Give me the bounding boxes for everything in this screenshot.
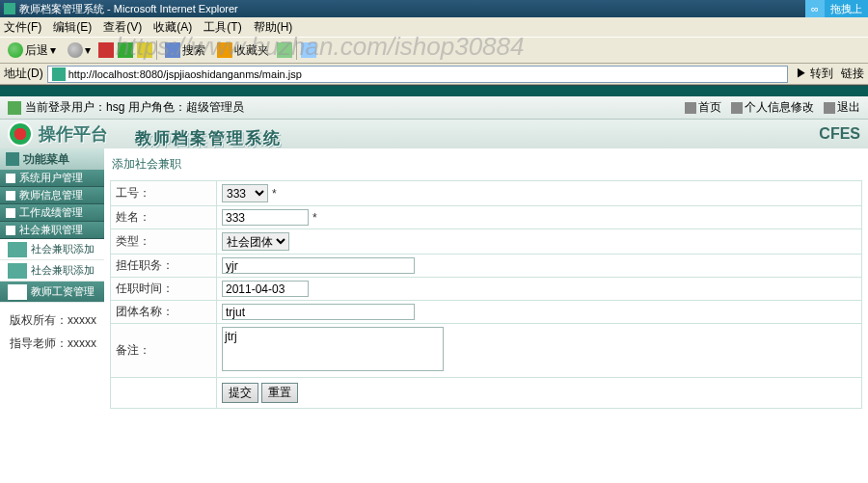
label-xingming: 姓名： <box>111 206 217 229</box>
star-icon <box>217 42 232 58</box>
doc-icon <box>8 242 27 257</box>
stop-icon[interactable] <box>98 42 114 58</box>
exit-icon <box>824 102 835 114</box>
float-widget[interactable]: ∞ 拖拽上 <box>805 0 868 17</box>
sidebar-group-salary[interactable]: 教师工资管理 <box>0 282 104 303</box>
sidebar-group-teacher[interactable]: 教师信息管理 <box>0 187 104 204</box>
main-content: 添加社会兼职 工号： 333* 姓名： * 类型： 社会团体 担任职务： 任职时… <box>104 148 868 483</box>
tuanti-input[interactable] <box>222 304 415 320</box>
home-link[interactable]: 首页 <box>685 99 721 116</box>
toolbar: 后退 ▾ ▾ 搜索 收藏夹 https://www.huzhan.com/ish… <box>0 37 868 64</box>
person-icon <box>731 102 743 114</box>
page-status-icon <box>8 101 21 115</box>
platform-title: 操作平台 <box>39 122 108 146</box>
brand-bar: 操作平台 教师档案管理系统 CFES <box>0 120 868 148</box>
label-shijian: 任职时间： <box>111 278 217 301</box>
menu-edit[interactable]: 编辑(E) <box>53 19 92 36</box>
gonghao-select[interactable]: 333 <box>222 184 268 202</box>
login-info: 当前登录用户：hsg 用户角色：超级管理员 <box>25 99 244 116</box>
search-icon <box>165 42 180 58</box>
system-title: 教师档案管理系统 <box>135 127 282 149</box>
profile-link[interactable]: 个人信息修改 <box>731 99 814 116</box>
label-tuanti: 团体名称： <box>111 301 217 324</box>
menu-fav[interactable]: 收藏(A) <box>153 19 192 36</box>
submit-button[interactable]: 提交 <box>222 383 258 403</box>
label-beizhu: 备注： <box>111 324 217 378</box>
forward-icon <box>68 42 83 58</box>
address-bar: 地址(D) http://localhost:8080/jspjiaoshida… <box>0 64 868 85</box>
logout-link[interactable]: 退出 <box>824 99 860 116</box>
label-gonghao: 工号： <box>111 181 217 206</box>
sidebar-group-social[interactable]: 社会兼职管理 <box>0 222 104 239</box>
doc-icon <box>8 263 27 279</box>
leixing-select[interactable]: 社会团体 <box>222 232 289 251</box>
history-icon[interactable] <box>277 42 292 58</box>
sidebar-group-work[interactable]: 工作成绩管理 <box>0 204 104 222</box>
tab-strip <box>0 85 868 96</box>
dot-icon <box>6 226 15 235</box>
back-button[interactable]: 后退 ▾ <box>4 40 60 61</box>
label-zhiwu: 担任职务： <box>111 255 217 278</box>
advisor: 指导老师：xxxxx <box>10 332 104 355</box>
logo-icon <box>8 121 33 147</box>
dot-icon <box>8 284 27 300</box>
menubar: 文件(F) 编辑(E) 查看(V) 收藏(A) 工具(T) 帮助(H) <box>0 17 868 37</box>
app-icon <box>4 3 15 14</box>
sidebar-item-add1[interactable]: 社会兼职添加 <box>0 239 104 260</box>
xingming-input[interactable] <box>222 209 309 226</box>
forward-button[interactable]: ▾ <box>64 40 95 60</box>
sidebar-head: 功能菜单 <box>0 148 104 170</box>
fav-button[interactable]: 收藏夹 <box>213 40 273 61</box>
float-icon[interactable]: ∞ <box>805 0 825 17</box>
copyright: 版权所有：xxxxx <box>10 309 104 332</box>
sidebar-item-add2[interactable]: 社会兼职添加 <box>0 260 104 282</box>
refresh-icon[interactable] <box>118 42 133 58</box>
menu-icon <box>6 152 19 166</box>
menu-tools[interactable]: 工具(T) <box>203 19 241 36</box>
back-icon <box>8 42 23 58</box>
float-text[interactable]: 拖拽上 <box>825 0 868 17</box>
sidebar-footer: 版权所有：xxxxx 指导老师：xxxxx <box>0 303 104 355</box>
house-icon <box>685 102 696 114</box>
page-icon <box>52 67 66 81</box>
home-icon[interactable] <box>137 42 152 58</box>
search-button[interactable]: 搜索 <box>161 40 209 61</box>
form-title: 添加社会兼职 <box>110 152 862 180</box>
window-titlebar: 教师档案管理系统 - Microsoft Internet Explorer ∞… <box>0 0 868 17</box>
address-label: 地址(D) <box>4 66 43 82</box>
app-header: 当前登录用户：hsg 用户角色：超级管理员 首页 个人信息修改 退出 <box>0 96 868 120</box>
window-title: 教师档案管理系统 - Microsoft Internet Explorer <box>19 2 238 16</box>
go-button[interactable]: ▶ 转到 <box>792 66 837 82</box>
form-table: 工号： 333* 姓名： * 类型： 社会团体 担任职务： 任职时间： 团体名称… <box>110 180 862 409</box>
sidebar: 功能菜单 系统用户管理 教师信息管理 工作成绩管理 社会兼职管理 社会兼职添加 … <box>0 148 104 483</box>
dot-icon <box>6 191 15 201</box>
label-leixing: 类型： <box>111 229 217 255</box>
sidebar-group-users[interactable]: 系统用户管理 <box>0 170 104 187</box>
beizhu-textarea[interactable]: jtrj <box>222 327 444 371</box>
shijian-input[interactable] <box>222 281 309 297</box>
cfes-badge: CFES <box>819 125 860 143</box>
reset-button[interactable]: 重置 <box>261 383 298 403</box>
mail-icon[interactable] <box>301 42 316 58</box>
zhiwu-input[interactable] <box>222 257 415 274</box>
address-input[interactable]: http://localhost:8080/jspjiaoshidanganms… <box>47 66 788 83</box>
menu-file[interactable]: 文件(F) <box>4 19 41 36</box>
dot-icon <box>6 174 15 183</box>
dot-icon <box>6 208 15 218</box>
menu-help[interactable]: 帮助(H) <box>254 19 293 36</box>
menu-view[interactable]: 查看(V) <box>103 19 142 36</box>
links-button[interactable]: 链接 <box>841 66 864 82</box>
